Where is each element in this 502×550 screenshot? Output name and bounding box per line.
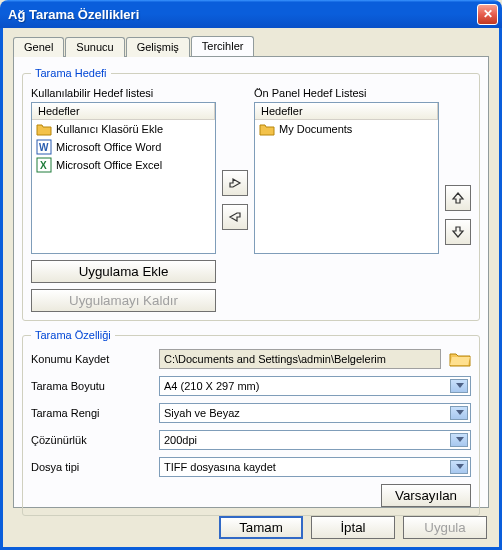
scan-color-label: Tarama Rengi xyxy=(31,407,151,419)
close-button[interactable]: ✕ xyxy=(477,4,498,25)
chevron-down-icon xyxy=(456,383,464,388)
tab-gelismis[interactable]: Gelişmiş xyxy=(126,37,190,57)
folder-open-icon xyxy=(449,350,471,368)
scan-size-value: A4 (210 X 297 mm) xyxy=(164,380,259,392)
resolution-label: Çözünürlük xyxy=(31,434,151,446)
list-item[interactable]: Kullanıcı Klasörü Ekle xyxy=(32,120,215,138)
list-item-label: My Documents xyxy=(279,123,352,135)
window-title: Ağ Tarama Özellikleri xyxy=(8,7,477,22)
svg-text:W: W xyxy=(39,142,49,153)
save-location-label: Konumu Kaydet xyxy=(31,353,151,365)
scan-size-select[interactable]: A4 (210 X 297 mm) xyxy=(159,376,471,396)
move-down-button[interactable] xyxy=(445,219,471,245)
filetype-value: TIFF dosyasına kaydet xyxy=(164,461,276,473)
list-item-label: Microsoft Office Word xyxy=(56,141,161,153)
panel-list-label: Ön Panel Hedef Listesi xyxy=(254,87,439,99)
excel-icon: X xyxy=(36,157,52,173)
resolution-select[interactable]: 200dpi xyxy=(159,430,471,450)
save-location-field: C:\Documents and Settings\admin\Belgeler… xyxy=(159,349,441,369)
list-item[interactable]: My Documents xyxy=(255,120,438,138)
ok-button[interactable]: Tamam xyxy=(219,516,303,539)
group-tarama-hedefi: Tarama Hedefi Kullanılabilir Hedef liste… xyxy=(22,67,480,321)
chevron-down-icon xyxy=(456,464,464,469)
move-right-button[interactable] xyxy=(222,170,248,196)
panel-list[interactable]: Hedefler My Documents xyxy=(254,102,439,254)
cancel-button[interactable]: İptal xyxy=(311,516,395,539)
available-list[interactable]: Hedefler Kullanıcı Klasörü Ekle W Micros xyxy=(31,102,216,254)
reorder-buttons xyxy=(445,87,471,312)
arrow-up-icon xyxy=(451,191,465,205)
tab-genel[interactable]: Genel xyxy=(13,37,64,57)
group-tarama-hedefi-legend: Tarama Hedefi xyxy=(31,67,111,79)
group-tarama-ozelligi: Tarama Özelliği Konumu Kaydet C:\Documen… xyxy=(22,329,480,516)
panel-list-header[interactable]: Hedefler xyxy=(255,103,438,120)
dialog-body: Genel Sunucu Gelişmiş Tercihler Tarama H… xyxy=(0,28,502,550)
move-left-button[interactable] xyxy=(222,204,248,230)
resolution-value: 200dpi xyxy=(164,434,197,446)
available-list-header[interactable]: Hedefler xyxy=(32,103,215,120)
tab-sunucu[interactable]: Sunucu xyxy=(65,37,124,57)
word-icon: W xyxy=(36,139,52,155)
titlebar: Ağ Tarama Özellikleri ✕ xyxy=(0,0,502,28)
filetype-select[interactable]: TIFF dosyasına kaydet xyxy=(159,457,471,477)
arrow-right-icon xyxy=(228,176,242,190)
list-item-label: Kullanıcı Klasörü Ekle xyxy=(56,123,163,135)
tab-pane-tercihler: Tarama Hedefi Kullanılabilir Hedef liste… xyxy=(13,56,489,508)
folder-icon xyxy=(259,121,275,137)
list-item[interactable]: W Microsoft Office Word xyxy=(32,138,215,156)
arrow-left-icon xyxy=(228,210,242,224)
arrow-down-icon xyxy=(451,225,465,239)
chevron-down-icon xyxy=(456,410,464,415)
move-up-button[interactable] xyxy=(445,185,471,211)
remove-app-button: Uygulamayı Kaldır xyxy=(31,289,216,312)
filetype-label: Dosya tipi xyxy=(31,461,151,473)
scan-color-value: Siyah ve Beyaz xyxy=(164,407,240,419)
chevron-down-icon xyxy=(456,437,464,442)
group-tarama-ozelligi-legend: Tarama Özelliği xyxy=(31,329,115,341)
svg-text:X: X xyxy=(40,160,47,171)
tab-strip: Genel Sunucu Gelişmiş Tercihler xyxy=(13,36,489,56)
list-item[interactable]: X Microsoft Office Excel xyxy=(32,156,215,174)
apply-button: Uygula xyxy=(403,516,487,539)
list-item-label: Microsoft Office Excel xyxy=(56,159,162,171)
tab-tercihler[interactable]: Tercihler xyxy=(191,36,255,56)
scan-color-select[interactable]: Siyah ve Beyaz xyxy=(159,403,471,423)
dialog-footer: Tamam İptal Uygula xyxy=(219,516,487,539)
scan-size-label: Tarama Boyutu xyxy=(31,380,151,392)
close-icon: ✕ xyxy=(483,7,493,21)
defaults-button[interactable]: Varsayılan xyxy=(381,484,471,507)
add-app-button[interactable]: Uygulama Ekle xyxy=(31,260,216,283)
browse-folder-button[interactable] xyxy=(449,350,471,368)
folder-icon xyxy=(36,121,52,137)
available-list-label: Kullanılabilir Hedef listesi xyxy=(31,87,216,99)
move-buttons xyxy=(222,87,248,312)
